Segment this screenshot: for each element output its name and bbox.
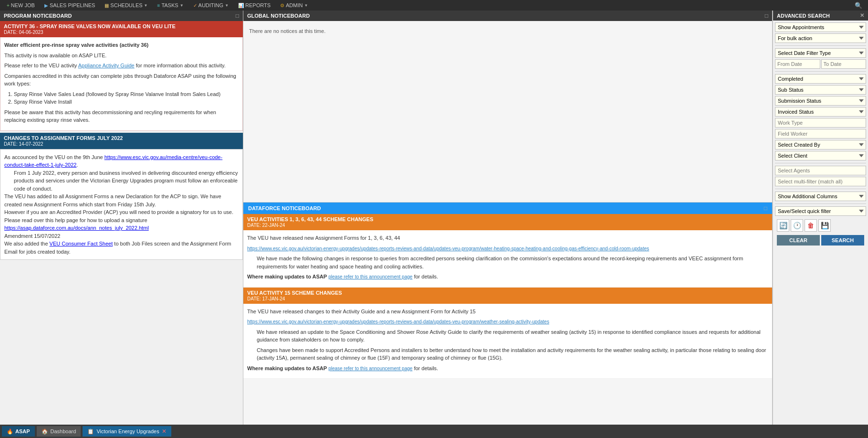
global-noticeboard-content: There are no notices at this time. — [243, 21, 772, 203]
df-notice-2-header: VEU ACTIVITY 15 SCHEME CHANGES DATE: 17-… — [243, 288, 772, 304]
fact-sheet-link[interactable]: VEU Consumer Fact Sheet — [50, 241, 113, 246]
advanced-search-title: ADVANCED SEARCH — [777, 13, 830, 19]
from-date-input[interactable] — [775, 59, 820, 69]
df-announcement-link-1[interactable]: please refer to this announcement page — [328, 274, 412, 279]
df-notice-1-header: VEU ACTIVITIES 1, 3, 6, 43, 44 SCHEME CH… — [243, 214, 772, 230]
home-icon: 🏠 — [42, 428, 48, 435]
program-noticeboard-content: ACTIVITY 36 - SPRAY RINSE VALVES NOW AVA… — [0, 21, 243, 425]
close-icon[interactable]: □ — [765, 12, 768, 19]
close-icon[interactable]: ✕ — [860, 12, 864, 19]
signature-link[interactable]: https://asap.dataforce.com.au/docs/ann_n… — [4, 225, 149, 231]
df-announcement-link-2[interactable]: please refer to this announcement page — [328, 366, 412, 371]
panel-title: PROGRAM NOTICEBOARD — [4, 13, 72, 19]
notice-2-header: CHANGES TO ASSIGNMENT FORMS JULY 2022 DA… — [0, 133, 243, 149]
fire-icon: 🔥 — [7, 428, 13, 435]
df-link-2[interactable]: https://www.esc.vic.gov.au/victorian-ene… — [247, 319, 549, 324]
nav-tasks[interactable]: ≡ TASKS ▼ — [154, 1, 188, 9]
nav-reports[interactable]: 📊 REPORTS — [234, 1, 274, 9]
close-icon[interactable]: □ — [764, 205, 767, 212]
taskbar-tab-veu[interactable]: 📋 Victorian Energy Upgrades ✕ — [83, 426, 171, 437]
sub-status-dropdown[interactable]: Sub Status — [775, 85, 866, 95]
veu-icon: 📋 — [87, 428, 94, 435]
action-buttons-row: 🔄 🕐 🗑 💾 — [775, 217, 866, 234]
invoiced-status-dropdown[interactable]: Invoiced Status — [775, 107, 866, 117]
top-nav: + NEW JOB ▶ SALES PIPELINES ▦ SCHEDULES … — [0, 0, 868, 11]
esc-link[interactable]: https://www.esc.vic.gov.au/media-centre/… — [4, 154, 222, 168]
advanced-search-panel: ADVANCED SEARCH ✕ Show Appointments For … — [773, 11, 868, 425]
taskbar-tab-dashboard[interactable]: 🏠 Dashboard — [37, 426, 81, 437]
nav-auditing[interactable]: ✓ AUDITING ▼ — [189, 1, 232, 9]
notice-2-content: As accounced by the VEU on the 9th June … — [0, 149, 243, 260]
date-filter-type-dropdown[interactable]: Select Date Filter Type — [775, 48, 866, 58]
chevron-down-icon: ▼ — [144, 3, 148, 8]
tab-close-icon[interactable]: ✕ — [162, 428, 167, 435]
nav-schedules[interactable]: ▦ SCHEDULES ▼ — [101, 1, 151, 9]
dataforce-nb-title: DATAFORCE NOTICEBOARD — [248, 205, 321, 211]
search-icon[interactable]: 🔍 — [852, 2, 865, 9]
divider-2 — [775, 71, 866, 72]
plus-icon: + — [7, 3, 10, 8]
global-nb-empty: There are no notices at this time. — [249, 28, 325, 34]
list-icon: ≡ — [157, 3, 160, 8]
global-nb-title: GLOBAL NOTICEBOARD — [247, 13, 310, 19]
df-link-1[interactable]: https://www.esc.vic.gov.au/victorian-ene… — [247, 246, 649, 251]
divider-3 — [775, 163, 866, 163]
taskbar: 🔥 ASAP 🏠 Dashboard 📋 Victorian Energy Up… — [0, 425, 868, 438]
status-dropdown[interactable]: Completed — [775, 74, 866, 84]
chart-icon: 📊 — [238, 3, 244, 8]
bulk-action-dropdown[interactable]: For bulk action — [775, 33, 866, 43]
search-action-row: CLEAR SEARCH — [775, 235, 866, 247]
program-noticeboard-panel: PROGRAM NOTICEBOARD □ ACTIVITY 36 - SPRA… — [0, 11, 243, 425]
program-noticeboard-header: PROGRAM NOTICEBOARD □ — [0, 11, 243, 21]
nav-new-job[interactable]: + NEW JOB — [3, 1, 39, 9]
chevron-down-icon: ▼ — [180, 3, 184, 8]
clock-button[interactable]: 🕐 — [791, 219, 803, 232]
df-notice-2-content: The VEU have released changes to their A… — [243, 304, 772, 379]
to-date-input[interactable] — [821, 59, 867, 69]
chevron-down-icon: ▼ — [304, 3, 308, 8]
multi-filter-input[interactable] — [775, 177, 866, 186]
divider-5 — [775, 203, 866, 204]
search-button[interactable]: SEARCH — [821, 235, 864, 246]
field-worker-input[interactable] — [775, 129, 866, 139]
grid-icon: ▦ — [105, 3, 109, 8]
save-button[interactable]: 💾 — [818, 219, 831, 232]
agents-input[interactable] — [775, 166, 866, 175]
divider-4 — [775, 189, 866, 189]
global-noticeboard-header: GLOBAL NOTICEBOARD □ — [243, 11, 772, 21]
notice-1-content: Water efficient pre-rinse spray valve ac… — [0, 37, 243, 131]
clear-button[interactable]: CLEAR — [777, 235, 820, 246]
created-by-dropdown[interactable]: Select Created By — [775, 140, 866, 150]
submission-status-dropdown[interactable]: Submission Status — [775, 96, 866, 106]
advanced-search-header: ADVANCED SEARCH ✕ — [773, 11, 868, 21]
appliance-guide-link[interactable]: Appliance Activity Guide — [78, 63, 135, 68]
dataforce-noticeboard-header: DATAFORCE NOTICEBOARD □ — [243, 203, 772, 214]
divider-1 — [775, 45, 866, 46]
middle-panel: GLOBAL NOTICEBOARD □ There are no notice… — [243, 11, 773, 425]
check-icon: ✓ — [193, 3, 197, 8]
df-notice-1-content: The VEU have released new Assignment For… — [243, 230, 772, 288]
show-appointments-dropdown[interactable]: Show Appointments — [775, 22, 866, 32]
client-dropdown[interactable]: Select Client — [775, 151, 866, 160]
nav-sales-pipelines[interactable]: ▶ SALES PIPELINES — [41, 1, 99, 9]
gear-icon: ⚙ — [280, 3, 284, 8]
work-type-input[interactable] — [775, 118, 866, 128]
additional-columns-dropdown[interactable]: Show Additional Columns — [775, 192, 866, 201]
close-icon[interactable]: □ — [236, 12, 239, 19]
main-layout: PROGRAM NOTICEBOARD □ ACTIVITY 36 - SPRA… — [0, 11, 868, 425]
triangle-icon: ▶ — [44, 3, 48, 8]
notice-1-header: ACTIVITY 36 - SPRAY RINSE VALVES NOW AVA… — [0, 21, 243, 37]
advanced-search-content: Show Appointments For bulk action Select… — [773, 21, 868, 249]
refresh-button[interactable]: 🔄 — [777, 219, 789, 232]
nav-admin[interactable]: ⚙ ADMIN ▼ — [276, 1, 312, 9]
chevron-down-icon: ▼ — [225, 3, 229, 8]
taskbar-logo: 🔥 ASAP — [2, 426, 35, 437]
dataforce-noticeboard-content: VEU ACTIVITIES 1, 3, 6, 43, 44 SCHEME CH… — [243, 214, 772, 425]
delete-button[interactable]: 🗑 — [805, 219, 817, 232]
quick-filter-dropdown[interactable]: Save/Select quick filter — [775, 206, 866, 216]
date-range-row — [775, 59, 866, 69]
